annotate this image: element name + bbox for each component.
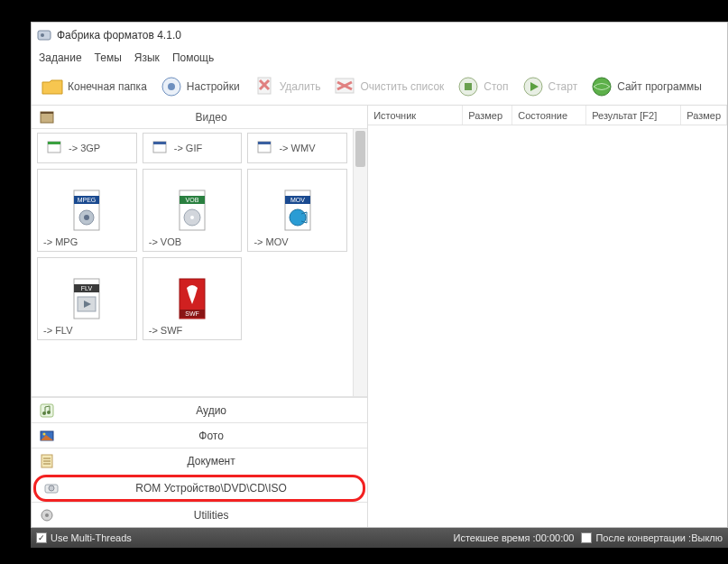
category-photo[interactable]: Фото — [32, 422, 367, 448]
category-audio[interactable]: Аудио — [32, 397, 367, 422]
app-icon — [37, 28, 51, 42]
col-state[interactable]: Состояние — [512, 106, 586, 125]
category-rom[interactable]: ROM Устройство\DVD\CD\ISO — [33, 475, 365, 502]
app-window: Фабрика форматов 4.1.0 Задание Темы Язык… — [31, 22, 728, 528]
file-icon: MOV — [280, 189, 316, 232]
file-icon — [255, 141, 273, 155]
svg-rect-15 — [41, 112, 53, 114]
file-icon: MPEG — [69, 189, 105, 232]
format-label: -> VOB — [149, 236, 181, 247]
format-mov[interactable]: MOV -> MOV — [247, 169, 347, 252]
clear-label: Очистить список — [360, 80, 444, 93]
category-label: ROM Устройство\DVD\CD\ISO — [67, 482, 355, 495]
right-panel: Источник Размер Состояние Результат [F2]… — [368, 106, 727, 527]
video-icon — [39, 109, 55, 125]
globe-icon — [590, 75, 613, 98]
col-result[interactable]: Результат [F2] — [586, 106, 681, 125]
toolbar: Конечная папка Настройки Удалить Очистит… — [32, 68, 727, 106]
stop-button[interactable]: Стоп — [453, 73, 511, 100]
category-document[interactable]: Документ — [32, 448, 367, 473]
scrollbar-thumb[interactable] — [355, 131, 365, 167]
gear-icon — [39, 507, 55, 523]
menu-task[interactable]: Задание — [39, 51, 82, 64]
file-icon: SWF — [174, 277, 210, 320]
format-vob[interactable]: VOB -> VOB — [143, 169, 243, 252]
category-video-header[interactable]: Видео — [32, 106, 367, 129]
format-gif[interactable]: -> GIF — [143, 133, 243, 163]
category-label: Utilities — [62, 509, 360, 522]
file-icon — [45, 141, 63, 155]
format-flv[interactable]: FLV -> FLV — [37, 257, 137, 340]
svg-point-35 — [290, 209, 306, 226]
stop-icon — [456, 75, 480, 98]
col-size2[interactable]: Размер — [681, 106, 727, 125]
format-3gp[interactable]: -> 3GP — [37, 133, 137, 163]
svg-text:FLV: FLV — [81, 285, 93, 291]
svg-point-3 — [168, 83, 175, 90]
format-label: -> 3GP — [69, 143, 100, 153]
file-icon: FLV — [69, 277, 105, 320]
main-area: Видео -> 3GP -> GIF — [32, 106, 727, 527]
format-mpg[interactable]: MPEG -> MPG — [37, 169, 137, 252]
output-folder-label: Конечная папка — [68, 80, 147, 93]
website-button[interactable]: Сайт программы — [586, 73, 705, 100]
clear-list-button[interactable]: Очистить список — [329, 73, 447, 100]
category-utilities[interactable]: Utilities — [32, 502, 367, 527]
format-label: -> GIF — [174, 143, 202, 153]
delete-label: Удалить — [280, 80, 321, 93]
svg-point-53 — [49, 485, 54, 491]
category-list: Аудио Фото Документ ROM Устройство\DVD\C… — [32, 397, 367, 527]
svg-point-47 — [43, 432, 46, 435]
format-wmv[interactable]: -> WMV — [247, 133, 347, 163]
multithreads-label: Use Multi-Threads — [51, 532, 132, 543]
disc-icon — [43, 480, 60, 496]
file-list-header: Источник Размер Состояние Результат [F2]… — [368, 106, 727, 125]
settings-label: Настройки — [187, 80, 240, 93]
after-label: После конвертации : — [595, 532, 691, 543]
folder-icon — [41, 75, 64, 98]
format-swf[interactable]: SWF -> SWF — [143, 257, 243, 340]
after-conversion-checkbox[interactable] — [581, 532, 592, 543]
settings-icon — [160, 75, 183, 98]
menu-language[interactable]: Язык — [134, 51, 160, 64]
format-label: -> MPG — [43, 236, 78, 247]
svg-rect-19 — [153, 142, 166, 144]
elapsed-label: Истекшее время : — [454, 532, 536, 543]
settings-button[interactable]: Настройки — [156, 73, 244, 100]
format-label: -> WMV — [279, 143, 315, 153]
svg-rect-11 — [465, 83, 472, 90]
start-label: Старт — [548, 80, 578, 93]
col-size[interactable]: Размер — [463, 106, 512, 125]
file-list-empty[interactable] — [368, 125, 727, 527]
menu-help[interactable]: Помощь — [172, 51, 214, 64]
delete-button[interactable]: Удалить — [249, 73, 325, 100]
svg-text:MOV: MOV — [290, 197, 305, 203]
format-label: -> FLV — [43, 325, 73, 336]
video-formats-panel: -> 3GP -> GIF -> WMV MPEG -> MPG — [32, 129, 367, 397]
output-folder-button[interactable]: Конечная папка — [37, 73, 151, 100]
app-title: Фабрика форматов 4.1.0 — [57, 29, 181, 42]
multithreads-checkbox[interactable] — [36, 532, 47, 543]
format-label: -> MOV — [253, 236, 288, 247]
delete-icon — [253, 75, 276, 98]
after-value: Выклю — [691, 532, 723, 543]
svg-point-55 — [45, 513, 49, 517]
category-video-label: Видео — [62, 111, 360, 124]
formats-grid: -> 3GP -> GIF -> WMV MPEG -> MPG — [32, 129, 353, 396]
formats-scrollbar[interactable] — [353, 129, 367, 396]
elapsed-value: 00:00:00 — [536, 532, 575, 543]
file-icon: VOB — [174, 189, 210, 232]
svg-point-31 — [190, 216, 194, 219]
category-label: Аудио — [62, 404, 360, 417]
start-button[interactable]: Старт — [518, 73, 582, 100]
svg-point-44 — [42, 411, 46, 415]
audio-icon — [39, 402, 55, 419]
col-source[interactable]: Источник — [368, 106, 463, 125]
photo-icon — [39, 428, 55, 444]
menu-themes[interactable]: Темы — [95, 51, 122, 64]
clear-icon — [333, 75, 356, 98]
titlebar: Фабрика форматов 4.1.0 — [32, 23, 727, 48]
svg-rect-21 — [258, 142, 271, 144]
svg-text:MPEG: MPEG — [78, 197, 97, 203]
menubar: Задание Темы Язык Помощь — [32, 48, 727, 68]
